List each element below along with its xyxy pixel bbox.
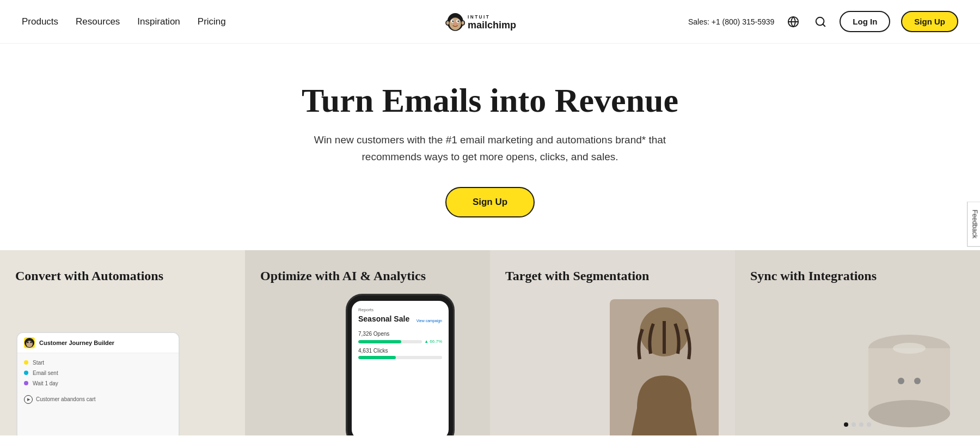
hero-subtitle: Win new customers with the #1 email mark… xyxy=(305,132,675,165)
svg-point-12 xyxy=(453,22,457,26)
svg-point-11 xyxy=(458,20,459,21)
feedback-tab[interactable]: Feedback xyxy=(967,202,980,247)
phone-opens-stat: 7,326 Opens xyxy=(358,331,442,337)
phone-screen: Reports Seasonal Sale View campaign 7,32… xyxy=(352,301,449,435)
svg-text:mailchimp: mailchimp xyxy=(468,19,516,30)
segmentation-person-image xyxy=(610,299,719,435)
svg-point-20 xyxy=(26,341,33,347)
play-icon: ▶ xyxy=(24,395,33,404)
nav-pricing[interactable]: Pricing xyxy=(198,14,226,29)
phone-reports-tag: Reports xyxy=(358,307,442,312)
svg-point-21 xyxy=(27,341,29,343)
features-section: Convert with Automations Customer Journe… xyxy=(0,250,980,435)
navbar: Products Resources Inspiration Pricing xyxy=(0,0,980,44)
mailchimp-small-icon xyxy=(24,337,35,348)
feature-segmentation-title: Target with Segmentation xyxy=(505,268,720,284)
svg-point-22 xyxy=(30,341,32,343)
svg-point-29 xyxy=(893,343,926,354)
hero-section: Turn Emails into Revenue Win new custome… xyxy=(0,44,980,250)
svg-point-26 xyxy=(868,400,950,427)
search-button[interactable] xyxy=(812,14,829,30)
view-campaign-link[interactable]: View campaign xyxy=(416,319,442,323)
svg-point-10 xyxy=(453,20,454,21)
feature-segmentation: Target with Segmentation xyxy=(490,250,735,435)
feature-analytics-title: Optimize with AI & Analytics xyxy=(260,268,475,284)
nav-left: Products Resources Inspiration Pricing xyxy=(22,14,226,29)
nav-products[interactable]: Products xyxy=(22,14,58,29)
automations-ui-mockup: Customer Journey Builder Start Email sen… xyxy=(16,332,180,435)
language-button[interactable] xyxy=(785,14,801,30)
tablet-row-3: Wait 1 day xyxy=(24,380,172,386)
login-button[interactable]: Log In xyxy=(840,11,890,32)
phone-clicks-stat: 4,631 Clicks xyxy=(358,348,442,354)
feature-integrations: Sync with Integrations xyxy=(735,250,980,435)
integrations-device-image xyxy=(849,316,969,435)
svg-point-2 xyxy=(446,21,449,25)
phone-campaign-name: Seasonal Sale xyxy=(358,314,409,323)
nav-resources[interactable]: Resources xyxy=(76,14,120,29)
svg-point-28 xyxy=(914,378,921,384)
nav-right: Sales: +1 (800) 315-5939 Log In Sign Up xyxy=(688,11,958,32)
svg-point-9 xyxy=(457,20,459,22)
svg-point-27 xyxy=(898,378,904,384)
signup-nav-button[interactable]: Sign Up xyxy=(901,11,958,32)
feature-automations-title: Convert with Automations xyxy=(15,268,230,284)
hero-signup-button[interactable]: Sign Up xyxy=(445,187,535,217)
svg-line-18 xyxy=(823,24,825,26)
tablet-label: Customer Journey Builder xyxy=(39,340,114,346)
dot-icon xyxy=(24,360,28,365)
hero-title: Turn Emails into Revenue xyxy=(22,82,958,119)
site-logo[interactable]: INTUIT mailchimp xyxy=(441,8,539,35)
svg-text:INTUIT: INTUIT xyxy=(468,14,490,19)
tablet-row-2: Email sent xyxy=(24,370,172,376)
analytics-phone-mockup: Reports Seasonal Sale View campaign 7,32… xyxy=(346,294,455,435)
sales-number: Sales: +1 (800) 315-5939 xyxy=(688,17,774,26)
nav-inspiration[interactable]: Inspiration xyxy=(137,14,180,29)
dot-icon xyxy=(24,381,28,385)
feature-automations: Convert with Automations Customer Journe… xyxy=(0,250,245,435)
tablet-cart-item: ▶ Customer abandons cart xyxy=(24,395,172,404)
svg-point-8 xyxy=(452,20,454,22)
dot-active xyxy=(844,422,848,427)
dot-icon xyxy=(24,371,28,375)
feature-analytics: Optimize with AI & Analytics Reports Sea… xyxy=(245,250,490,435)
opens-change: ▲ 66.7% xyxy=(424,339,442,344)
tablet-row-1: Start xyxy=(24,360,172,366)
svg-point-4 xyxy=(462,21,464,25)
cart-label: Customer abandons cart xyxy=(36,396,96,402)
feature-integrations-title: Sync with Integrations xyxy=(750,268,965,284)
